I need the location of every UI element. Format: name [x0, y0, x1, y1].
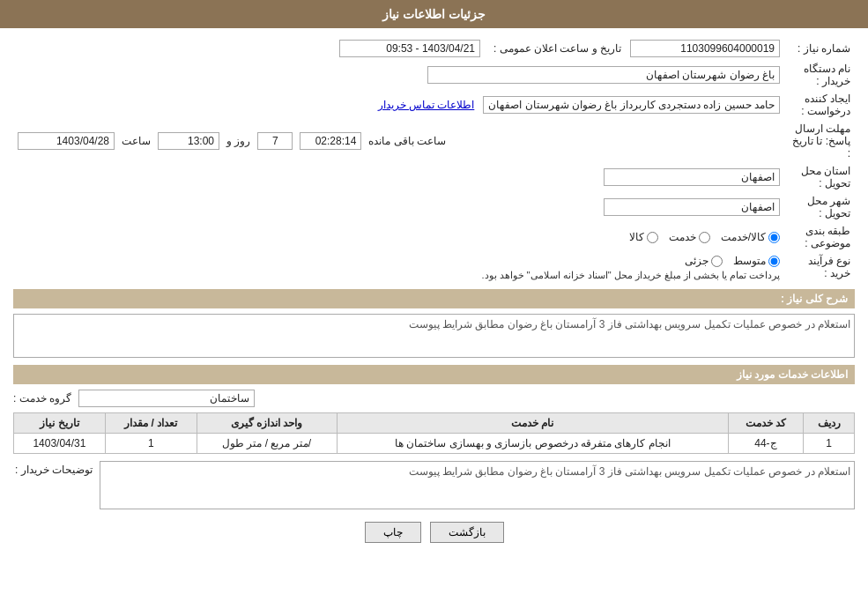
gorooh-row: گروه خدمت : ساختمان: [13, 390, 855, 407]
nooe-label: نوع فرآیند خرید :: [784, 252, 855, 284]
khadamat-title: اطلاعات خدمات مورد نیاز: [737, 368, 848, 381]
row-dastgah: نام دستگاه خریدار : باغ رضوان شهرستان اص…: [13, 60, 855, 90]
saaat-label: ساعت: [122, 135, 151, 147]
row-ijad: ایجاد کننده درخواست : حامد حسین زاده دست…: [13, 90, 855, 120]
radio-motevaset-label: متوسط: [733, 255, 766, 267]
radio-motevaset-input[interactable]: [768, 256, 780, 267]
col-kod: کد خدمت: [728, 413, 803, 434]
col-radif: ردیف: [804, 413, 855, 434]
row-nooe-farayand: نوع فرآیند خرید : جزئی متوسط پرداخت: [13, 252, 855, 284]
radio-jozei-input[interactable]: [711, 256, 723, 267]
row-ostan: استان محل تحویل : اصفهان: [13, 162, 855, 192]
radio-jozei-label: جزئی: [685, 255, 708, 267]
radio-khedmat-input[interactable]: [699, 232, 710, 243]
tosif-label: توضیحات خریدار :: [13, 461, 93, 476]
nooe-note: پرداخت تمام یا بخشی از مبلغ خریداز محل "…: [481, 270, 780, 280]
radio-jozei: جزئی: [685, 255, 723, 267]
table-header: ردیف کد خدمت نام خدمت واحد اندازه گیری ت…: [14, 413, 855, 434]
tabaqe-label: طبقه بندی موضوعی :: [784, 222, 855, 252]
col-vahed: واحد اندازه گیری: [197, 413, 337, 434]
sharh-container: استعلام در خصوص عملیات تکمیل سرویس بهداش…: [13, 314, 855, 358]
shomara-label: شماره نیاز :: [784, 37, 855, 60]
baqi-value: 02:28:14: [300, 132, 361, 150]
back-button[interactable]: بازگشت: [430, 522, 504, 543]
radio-kala-khedmat: کالا/خدمت: [721, 231, 780, 243]
page-title: جزئیات اطلاعات نیاز: [382, 7, 486, 21]
print-button[interactable]: چاپ: [365, 522, 421, 543]
rooz-value: 7: [257, 132, 293, 150]
services-table: ردیف کد خدمت نام خدمت واحد اندازه گیری ت…: [13, 412, 855, 454]
radio-kala-khedmat-input[interactable]: [768, 232, 780, 243]
shomara-value: 1103099604000019: [630, 40, 780, 57]
top-info-table: شماره نیاز : 1103099604000019 تاریخ و سا…: [13, 37, 855, 284]
sharh-textarea: استعلام در خصوص عملیات تکمیل سرویس بهداش…: [13, 314, 855, 358]
cell-tarikh: 1403/04/31: [14, 434, 106, 454]
khadamat-section-title: اطلاعات خدمات مورد نیاز: [13, 365, 855, 384]
radio-khedmat-label: خدمت: [669, 231, 696, 243]
cell-kod: ج-44: [728, 434, 803, 454]
radio-kala-label: کالا: [629, 231, 644, 243]
radio-kala-khedmat-label: کالا/خدمت: [721, 231, 766, 243]
ostan-value: اصفهان: [604, 168, 780, 186]
rooz-label: روز و: [226, 135, 250, 147]
tarikh-ersal-label: مهلت ارسال پاسخ: تا تاریخ :: [784, 120, 855, 162]
row-tarikh-ersal: مهلت ارسال پاسخ: تا تاریخ : 1403/04/28 س…: [13, 120, 855, 162]
radio-kala-input[interactable]: [647, 232, 658, 243]
radio-motevaset: متوسط: [733, 255, 780, 267]
col-tedad: تعداد / مقدار: [105, 413, 197, 434]
ijad-label: ایجاد کننده درخواست :: [784, 90, 855, 120]
col-name: نام خدمت: [337, 413, 728, 434]
table-body: 1 ج-44 انجام کارهای متفرقه درخصوص بازساز…: [14, 434, 855, 454]
cell-tedad: 1: [105, 434, 197, 454]
saaat-value: 13:00: [158, 132, 219, 150]
page-wrapper: جزئیات اطلاعات نیاز شماره نیاز : 1103099…: [0, 0, 868, 609]
content-area: شماره نیاز : 1103099604000019 تاریخ و سا…: [0, 28, 868, 564]
row-shomara-tarikh: شماره نیاز : 1103099604000019 تاریخ و سا…: [13, 37, 855, 60]
tosif-row: توضیحات خریدار : استعلام در خصوص عملیات …: [13, 461, 855, 509]
dastgah-label: نام دستگاه خریدار :: [784, 60, 855, 90]
tarikh-saaat-value: 1403/04/21 - 09:53: [339, 40, 480, 57]
cell-vahed: /متر مربع / متر طول: [197, 434, 337, 454]
dastgah-value: باغ رضوان شهرستان اصفهان: [427, 66, 780, 84]
cell-radif: 1: [804, 434, 855, 454]
gorooh-value: ساختمان: [78, 390, 255, 407]
tosif-text: استعلام در خصوص عملیات تکمیل سرویس بهداش…: [409, 465, 850, 478]
sharh-text: استعلام در خصوص عملیات تکمیل سرویس بهداش…: [409, 318, 850, 330]
ostan-label: استان محل تحویل :: [784, 162, 855, 192]
gorooh-label: گروه خدمت :: [13, 392, 71, 405]
cell-name: انجام کارهای متفرقه درخصوص بازسازی و بهس…: [337, 434, 728, 454]
tarikh-saaat-label: تاریخ و ساعت اعلان عمومی :: [485, 37, 626, 60]
ijad-value: حامد حسین زاده دستجردی کاربرداز باغ رضوا…: [483, 96, 780, 114]
radio-kala: کالا: [629, 231, 658, 243]
col-tarikh: تاریخ نیاز: [14, 413, 106, 434]
sharh-section-title: شرح کلی نیاز :: [13, 289, 855, 308]
baqi-label: ساعت باقی مانده: [368, 135, 446, 147]
radio-khedmat: خدمت: [669, 231, 710, 243]
row-tabaqe: طبقه بندی موضوعی : کالا خدمت کالا/خدمت: [13, 222, 855, 252]
tamas-link[interactable]: اطلاعات تماس خریدار: [378, 99, 475, 111]
shahr-label: شهر محل تحویل :: [784, 192, 855, 222]
button-row: بازگشت چاپ: [13, 522, 855, 543]
tosif-textarea: استعلام در خصوص عملیات تکمیل سرویس بهداش…: [100, 461, 855, 509]
shahr-value: اصفهان: [604, 198, 780, 216]
table-row: 1 ج-44 انجام کارهای متفرقه درخصوص بازساز…: [14, 434, 855, 454]
page-header: جزئیات اطلاعات نیاز: [0, 0, 868, 28]
sharh-label-title: شرح کلی نیاز :: [781, 293, 848, 305]
tarikh-mdate: 1403/04/28: [18, 132, 115, 150]
row-shahr: شهر محل تحویل : اصفهان: [13, 192, 855, 222]
header-row: ردیف کد خدمت نام خدمت واحد اندازه گیری ت…: [14, 413, 855, 434]
